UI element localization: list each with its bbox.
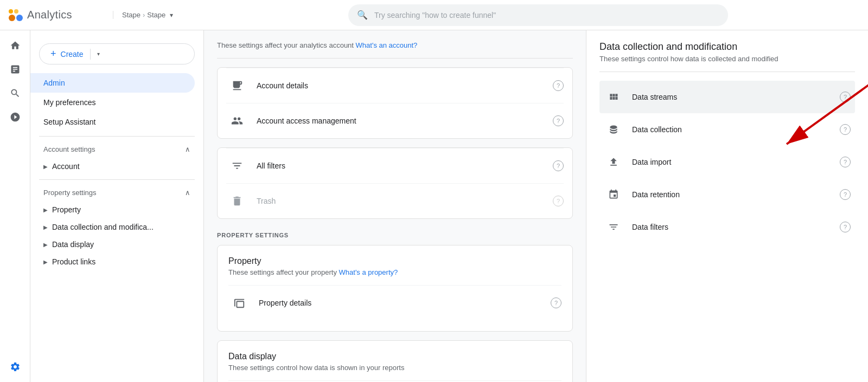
data-import-left: Data import	[604, 152, 671, 172]
property-card: Property These settings affect your prop…	[217, 245, 573, 332]
nav-home-icon[interactable]	[4, 35, 26, 56]
settings-item-account-details-left: Account details	[226, 75, 308, 96]
create-button[interactable]: + Create ▾	[39, 43, 195, 64]
sidebar-item-product-links[interactable]: ▶ Product links	[30, 253, 203, 270]
right-item-data-streams[interactable]: Data streams ?	[599, 81, 855, 113]
main-content: These settings affect your analytics acc…	[204, 30, 868, 382]
create-dropdown-icon: ▾	[97, 51, 100, 57]
account-details-label: Account details	[257, 81, 308, 90]
sidebar-item-setup-assistant[interactable]: Setup Assistant	[30, 112, 195, 132]
breadcrumb-dropdown-icon[interactable]: ▾	[170, 11, 173, 19]
data-display-card-desc: These settings control how data is shown…	[228, 364, 561, 372]
account-intro-link[interactable]: What's an account?	[356, 41, 418, 49]
app-title: Analytics	[27, 9, 72, 21]
property-settings-label: Property settings	[43, 189, 97, 197]
sidebar-item-data-collection[interactable]: ▶ Data collection and modifica...	[30, 218, 203, 236]
settings-item-access-left: Account access management	[226, 110, 356, 132]
breadcrumb-separator: ›	[143, 11, 145, 19]
account-details-help-icon[interactable]: ?	[553, 80, 564, 91]
access-management-help-icon[interactable]: ?	[553, 115, 564, 126]
all-filters-help-icon[interactable]: ?	[553, 160, 564, 171]
sidebar-divider-1	[39, 136, 195, 137]
sidebar-item-admin-label: Admin	[43, 79, 65, 87]
account-items-card: Account details ? Account access managem…	[217, 67, 573, 139]
trash-icon	[226, 190, 248, 212]
trash-label: Trash	[257, 197, 276, 205]
top-bar: Analytics Stape › Stape ▾ 🔍 Try searchin…	[0, 0, 868, 30]
settings-item-all-filters[interactable]: All filters ?	[226, 148, 564, 183]
sidebar-property-label: Property	[52, 205, 81, 214]
settings-item-trash[interactable]: Trash ?	[226, 183, 564, 218]
sidebar-item-account[interactable]: ▶ Account	[30, 158, 203, 175]
nav-explore-icon[interactable]	[4, 82, 26, 104]
logo-icon	[9, 9, 23, 21]
data-display-card: Data display These settings control how …	[217, 340, 573, 382]
right-item-data-retention[interactable]: Data retention ?	[599, 178, 855, 211]
account-expand-icon: ▶	[43, 164, 48, 170]
nav-reports-icon[interactable]	[4, 59, 26, 80]
data-retention-help-icon[interactable]: ?	[840, 189, 851, 200]
data-import-help-icon[interactable]: ?	[840, 157, 851, 167]
icon-sidebar	[0, 30, 30, 382]
data-filters-help-icon[interactable]: ?	[840, 222, 851, 232]
settings-item-access-management[interactable]: Account access management ?	[226, 103, 564, 138]
data-filters-icon	[604, 217, 623, 237]
left-sidebar: + Create ▾ Admin My preferences Setup As…	[30, 30, 204, 382]
access-management-icon	[226, 110, 248, 132]
breadcrumb[interactable]: Stape › Stape ▾	[113, 11, 210, 19]
trash-help-icon[interactable]: ?	[553, 196, 564, 206]
property-details-label: Property details	[259, 299, 311, 307]
property-settings-header[interactable]: Property settings ∧	[30, 184, 203, 201]
nav-settings-icon[interactable]	[4, 356, 26, 378]
data-streams-label: Data streams	[632, 93, 677, 101]
all-filters-left: All filters	[226, 155, 285, 177]
all-filters-label: All filters	[257, 161, 285, 170]
data-display-expand-icon: ▶	[43, 242, 48, 248]
search-icon: 🔍	[357, 10, 368, 20]
nav-advertising-icon[interactable]	[4, 106, 26, 128]
right-item-data-collection[interactable]: Data collection ?	[599, 113, 855, 146]
data-retention-icon	[604, 185, 623, 204]
settings-item-property-details[interactable]: Property details ?	[228, 285, 561, 320]
logo-area: Analytics	[9, 9, 106, 21]
search-bar[interactable]: 🔍 Try searching "how to create funnel"	[348, 4, 728, 26]
sidebar-data-collection-label: Data collection and modifica...	[52, 223, 154, 231]
property-details-icon	[228, 292, 250, 314]
access-management-label: Account access management	[257, 116, 356, 125]
data-collection-help-icon[interactable]: ?	[840, 124, 851, 135]
property-desc-link[interactable]: What's a property?	[339, 268, 398, 276]
right-panel: Data collection and modification These s…	[586, 30, 868, 382]
right-item-data-import[interactable]: Data import ?	[599, 146, 855, 178]
account-settings-header[interactable]: Account settings ∧	[30, 141, 203, 158]
data-collection-icon	[604, 120, 623, 139]
account-settings-label: Account settings	[43, 145, 95, 153]
data-import-label: Data import	[632, 158, 671, 166]
data-streams-icon	[604, 87, 623, 107]
property-section-label: PROPERTY SETTINGS	[217, 232, 573, 238]
data-collection-left: Data collection	[604, 120, 682, 139]
sidebar-account-label: Account	[52, 162, 80, 171]
sidebar-item-admin[interactable]: Admin	[30, 73, 195, 93]
filter-trash-card: All filters ? Trash ?	[217, 147, 573, 219]
sidebar-item-property[interactable]: ▶ Property	[30, 201, 203, 218]
sidebar-item-preferences[interactable]: My preferences	[30, 93, 195, 112]
data-retention-label: Data retention	[632, 190, 680, 199]
right-item-data-filters[interactable]: Data filters ?	[599, 211, 855, 243]
content-inner: These settings affect your analytics acc…	[204, 30, 868, 382]
all-filters-icon	[226, 155, 248, 177]
property-details-help-icon[interactable]: ?	[551, 297, 561, 308]
data-display-card-title: Data display	[228, 352, 561, 361]
property-expand-icon: ▶	[43, 207, 48, 213]
create-btn-divider	[90, 49, 91, 60]
data-import-icon	[604, 152, 623, 172]
data-filters-left: Data filters	[604, 217, 668, 237]
data-collection-label: Data collection	[632, 125, 682, 134]
product-links-expand-icon: ▶	[43, 259, 48, 265]
data-retention-left: Data retention	[604, 185, 680, 204]
right-panel-title: Data collection and modification	[599, 41, 855, 53]
settings-item-account-details[interactable]: Account details ?	[226, 68, 564, 103]
data-streams-help-icon[interactable]: ?	[840, 92, 851, 102]
sidebar-item-data-display[interactable]: ▶ Data display	[30, 236, 203, 253]
search-placeholder: Try searching "how to create funnel"	[374, 11, 496, 20]
trash-left: Trash	[226, 190, 276, 212]
